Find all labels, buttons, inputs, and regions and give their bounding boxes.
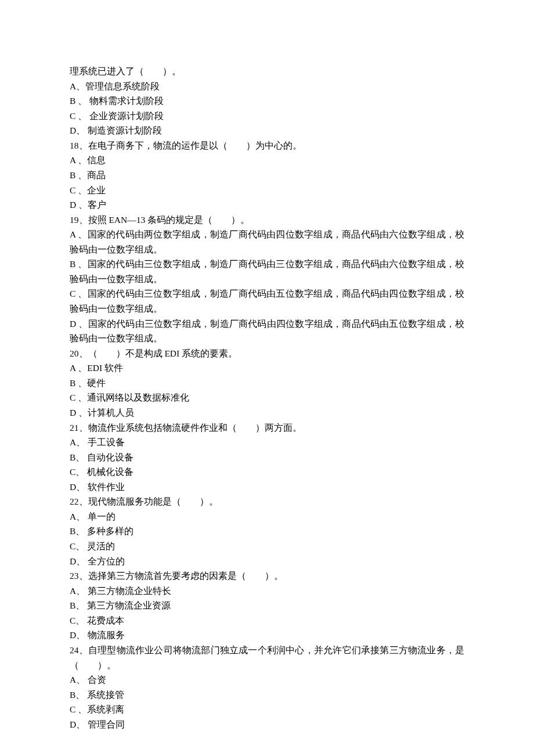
option-a: A 、国家的代码由两位数字组成，制造厂商代码由四位数字组成，商品代码由六位数字组… [70,227,464,257]
option-a: A、管理信息系统阶段 [70,79,464,94]
option-b: B 、国家的代码由三位数字组成，制造厂商代码由三位数字组成，商品代码由六位数字组… [70,257,464,286]
option-d: D 、国家的代码由三位数字组成，制造厂商代码由四位数字组成，商品代码由五位数字组… [70,316,464,346]
option-d: D、 软件作业 [70,480,464,495]
option-a: A、 单一的 [70,509,464,524]
option-b: B 、硬件 [70,376,464,391]
option-d: D 、计算机人员 [70,405,464,420]
question-21: 21、物流作业系统包括物流硬件作业和（ ）两方面。 [70,420,464,435]
option-d: D、 管理合同 [70,717,464,732]
option-b: B 、 物料需求计划阶段 [70,93,464,109]
option-a: A 、信息 [70,153,464,168]
option-a: A、 合资 [70,672,464,687]
option-c: C 、系统剥离 [70,702,464,717]
option-c: C、 机械化设备 [70,465,464,480]
question-24: 24、自理型物流作业公司将物流部门独立成一个利润中心，并允许它们承接第三方物流业… [70,643,464,672]
option-c: C 、国家的代码由三位数字组成，制造厂商代码由五位数字组成，商品代码由四位数字组… [70,286,464,316]
question-19: 19、按照 EAN—13 条码的规定是（ ）。 [70,213,464,228]
option-c: C、 灵活的 [70,539,464,554]
option-d: D 、客户 [70,197,464,213]
question-23: 23、选择第三方物流首先要考虑的因素是（ ）。 [70,568,464,584]
question-20: 20、（ ）不是构成 EDI 系统的要素。 [70,346,464,361]
option-b: B、 系统接管 [70,687,464,703]
question-22: 22、现代物流服务功能是（ ）。 [70,494,464,509]
option-c: C 、 企业资源计划阶段 [70,109,464,124]
option-d: D、 全方位的 [70,554,464,569]
document-page: 理系统已进入了（ ）。 A、管理信息系统阶段 B 、 物料需求计划阶段 C 、 … [0,0,534,756]
option-b: B 、商品 [70,168,464,183]
option-a: A 、EDI 软件 [70,361,464,376]
option-c: C、 花费成本 [70,613,464,628]
option-c: C 、企业 [70,183,464,198]
option-a: A、 第三方物流企业特长 [70,584,464,599]
option-b: B、 多种多样的 [70,524,464,539]
option-d: D、 制造资源计划阶段 [70,123,464,138]
option-b: B、 自动化设备 [70,450,464,465]
option-d: D、 物流服务 [70,628,464,643]
option-a: A、 手工设备 [70,435,464,450]
option-b: B、 第三方物流企业资源 [70,598,464,613]
continuation-text: 理系统已进入了（ ）。 [70,64,464,79]
option-c: C 、通讯网络以及数据标准化 [70,390,464,405]
question-18: 18、在电子商务下，物流的运作是以（ ）为中心的。 [70,138,464,153]
